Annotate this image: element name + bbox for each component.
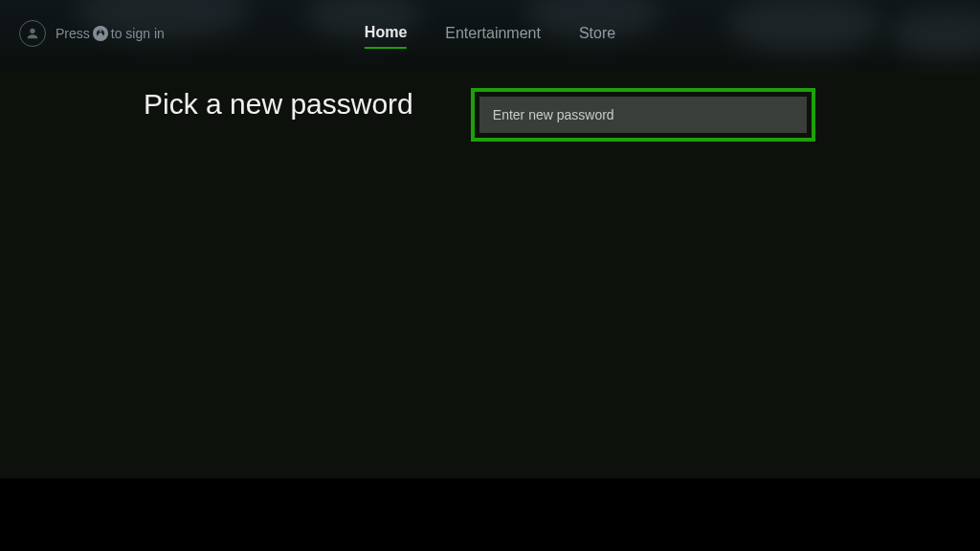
password-input[interactable] bbox=[479, 97, 807, 133]
sign-in-suffix: to sign in bbox=[111, 26, 165, 41]
nav-tabs: Home Entertainment Store bbox=[365, 18, 615, 49]
page-title: Pick a new password bbox=[144, 88, 413, 478]
tab-home[interactable]: Home bbox=[365, 18, 407, 49]
tab-store[interactable]: Store bbox=[579, 19, 615, 48]
sign-in-label: Press to sign in bbox=[56, 26, 165, 41]
sign-in-prefix: Press bbox=[56, 26, 90, 41]
main-content: Pick a new password bbox=[0, 67, 980, 478]
bottom-bar bbox=[0, 478, 980, 551]
svg-point-0 bbox=[30, 29, 34, 33]
tab-entertainment[interactable]: Entertainment bbox=[445, 19, 541, 48]
avatar-icon bbox=[19, 20, 46, 47]
sign-in-prompt[interactable]: Press to sign in bbox=[19, 20, 165, 47]
password-field-focus-ring bbox=[471, 88, 815, 142]
xbox-button-icon bbox=[93, 26, 108, 41]
top-bar: Press to sign in Home Entertainment Stor… bbox=[0, 0, 980, 67]
